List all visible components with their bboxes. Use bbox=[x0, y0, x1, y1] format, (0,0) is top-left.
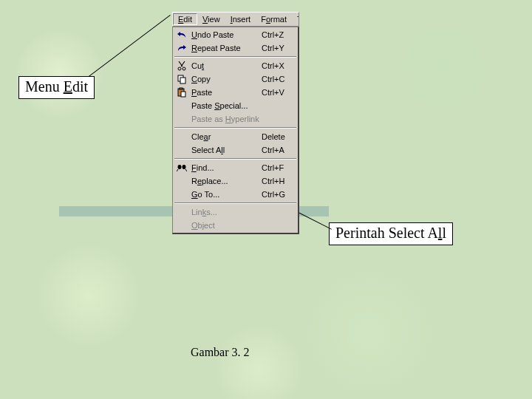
menubar-format[interactable]: Format bbox=[256, 13, 292, 25]
redo-icon bbox=[175, 42, 188, 54]
menu-undo[interactable]: Undo Paste Ctrl+Z bbox=[174, 28, 297, 41]
menu-clear[interactable]: Clear Delete bbox=[174, 130, 297, 143]
callout-menu-edit: Menu Edit bbox=[18, 76, 95, 99]
menu-find[interactable]: Find... Ctrl+F bbox=[174, 161, 297, 174]
menu-replace[interactable]: Replace... Ctrl+H bbox=[174, 174, 297, 188]
menu-copy[interactable]: Copy Ctrl+C bbox=[174, 72, 297, 86]
cut-icon bbox=[175, 60, 188, 72]
separator bbox=[174, 127, 296, 129]
svg-rect-6 bbox=[181, 92, 185, 97]
menubar-edit[interactable]: Edit bbox=[173, 13, 197, 25]
svg-point-7 bbox=[178, 165, 182, 169]
menu-links: Links... bbox=[174, 205, 297, 219]
menu-goto[interactable]: Go To... Ctrl+G bbox=[174, 188, 297, 201]
highlight bbox=[296, 206, 329, 216]
menu-cut[interactable]: Cut Ctrl+X bbox=[174, 59, 297, 72]
separator bbox=[174, 202, 296, 204]
undo-icon bbox=[175, 29, 188, 41]
figure-caption: Gambar 3. 2 bbox=[191, 346, 250, 359]
menu-object: Object bbox=[174, 219, 297, 232]
menu-paste[interactable]: Paste Ctrl+V bbox=[174, 86, 297, 99]
menu-repeat[interactable]: Repeat Paste Ctrl+Y bbox=[174, 41, 297, 55]
svg-point-8 bbox=[183, 165, 186, 169]
separator bbox=[174, 56, 296, 58]
separator bbox=[174, 158, 296, 160]
callout-select-all: Perintah Select All bbox=[329, 222, 453, 245]
svg-point-0 bbox=[178, 67, 181, 70]
svg-rect-3 bbox=[180, 78, 185, 83]
svg-point-1 bbox=[183, 67, 185, 70]
paste-icon bbox=[175, 86, 188, 98]
menu-paste-special[interactable]: Paste Special... bbox=[174, 99, 297, 112]
callout-line bbox=[89, 15, 171, 77]
menubar-insert[interactable]: Insert bbox=[225, 13, 256, 25]
menubar-tools[interactable]: To bbox=[292, 13, 299, 25]
copy-icon bbox=[175, 73, 188, 85]
find-icon bbox=[175, 162, 188, 174]
menubar-view[interactable]: View bbox=[197, 13, 225, 25]
menu-select-all[interactable]: Select All Ctrl+A bbox=[174, 143, 297, 157]
highlight bbox=[59, 206, 176, 216]
menubar: Edit View Insert Format To bbox=[172, 12, 299, 27]
svg-rect-5 bbox=[180, 88, 183, 89]
edit-menu: Undo Paste Ctrl+Z Repeat Paste Ctrl+Y Cu… bbox=[172, 27, 299, 234]
menu-paste-hyperlink: Paste as Hyperlink bbox=[174, 112, 297, 126]
